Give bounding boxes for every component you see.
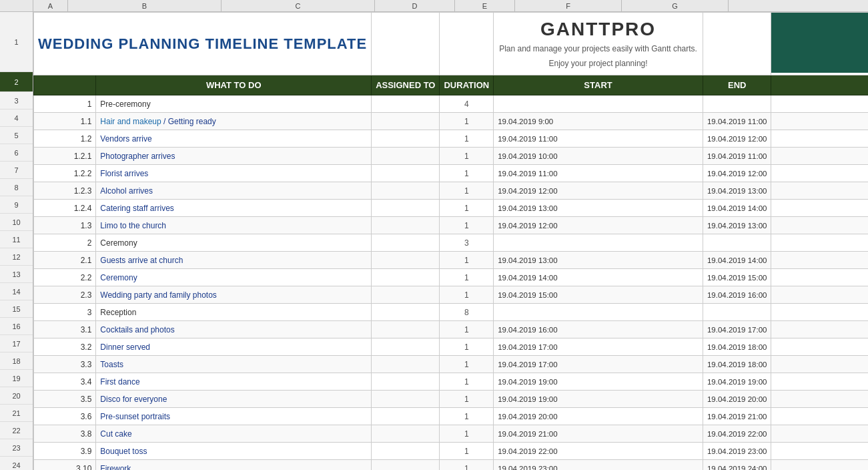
assigned-cell [372,95,440,113]
row-numbers: 1 2 3 4 5 6 7 8 9 10 11 12 13 14 15 16 1… [0,12,33,470]
row-num-cell: 1 [34,95,96,113]
assigned-cell [372,217,440,234]
duration-cell: 1 [440,113,494,130]
assigned-cell [372,252,440,269]
comment-cell [771,200,868,217]
start-cell: 19.04.2019 12:00 [494,217,703,234]
comment-cell [771,234,868,252]
end-cell: 19.04.2019 24:00 [703,460,771,471]
col-header-a: A [33,0,68,12]
start-cell: 19.04.2019 15:00 [494,286,703,304]
row-num-17: 17 [0,335,33,352]
assigned-cell [372,373,440,391]
assigned-cell [372,286,440,304]
duration-cell: 1 [440,148,494,165]
assigned-cell [372,165,440,182]
table-row: 3.4 First dance 1 19.04.2019 19:00 19.04… [34,373,869,391]
comment-cell [771,165,868,182]
duration-cell: 1 [440,286,494,304]
assigned-cell [372,443,440,460]
header-assigned-to: ASSIGNED TO [372,75,440,95]
row-num-3: 3 [0,92,33,109]
row-num-10: 10 [0,214,33,231]
row-num-12: 12 [0,248,33,266]
comment-cell [771,304,868,321]
row-num-cell: 2.3 [34,286,96,304]
row-num-19: 19 [0,370,33,387]
comment-cell [771,460,868,471]
start-cell: 19.04.2019 20:00 [494,408,703,425]
row-num-cell: 1.2.1 [34,148,96,165]
task-name-cell: Hair and makeup / Getting ready [96,113,372,130]
row-num-cell: 3.5 [34,391,96,408]
row-num-24: 24 [0,457,33,470]
comment-cell [771,286,868,304]
comment-cell [771,321,868,338]
duration-cell: 1 [440,356,494,373]
row-num-20: 20 [0,387,33,405]
duration-cell: 1 [440,217,494,234]
start-cell: 19.04.2019 13:00 [494,200,703,217]
table-row: 2 Ceremony 3 [34,234,869,252]
row-num-cell: 3 [34,304,96,321]
start-cell: 19.04.2019 17:00 [494,356,703,373]
task-name-cell: Dinner served [96,338,372,356]
end-cell: 19.04.2019 19:00 [703,373,771,391]
header-end: END [703,75,771,95]
row-num-cell: 1.2.4 [34,200,96,217]
row-num-21: 21 [0,405,33,422]
comment-cell [771,391,868,408]
start-cell: 19.04.2019 21:00 [494,425,703,443]
task-name-cell: Disco for everyone [96,391,372,408]
duration-cell: 8 [440,304,494,321]
table-row: 3.5 Disco for everyone 1 19.04.2019 19:0… [34,391,869,408]
duration-cell: 1 [440,425,494,443]
duration-cell: 1 [440,338,494,356]
assigned-cell [372,391,440,408]
task-name-cell: Firework [96,460,372,471]
start-cell [494,304,703,321]
comment-cell [771,252,868,269]
start-cell: 19.04.2019 19:00 [494,373,703,391]
end-cell: 19.04.2019 18:00 [703,338,771,356]
header-duration: DURATION [440,75,494,95]
table-row: 1.2.2 Florist arrives 1 19.04.2019 11:00… [34,165,869,182]
comment-cell [771,148,868,165]
assigned-cell [372,113,440,130]
duration-cell: 1 [440,460,494,471]
duration-cell: 1 [440,182,494,200]
duration-cell: 1 [440,391,494,408]
end-cell [703,304,771,321]
col-header-f: F [515,0,622,12]
end-cell: 19.04.2019 11:00 [703,148,771,165]
task-name-cell: Reception [96,304,372,321]
col-header-b: B [68,0,222,12]
col-header-e: E [455,0,515,12]
row-num-cell: 2.2 [34,269,96,286]
table-row: 1.2.4 Catering staff arrives 1 19.04.201… [34,200,869,217]
end-cell: 19.04.2019 17:00 [703,321,771,338]
ganttpro-tagline-2: Enjoy your project planning! [499,57,697,69]
duration-cell: 1 [440,200,494,217]
row-num-cell: 2 [34,234,96,252]
start-cell [494,95,703,113]
col-header-g: G [622,0,729,12]
row-num-cell: 3.10 [34,460,96,471]
row-num-8: 8 [0,179,33,196]
table-row: 3.9 Bouquet toss 1 19.04.2019 22:00 19.0… [34,443,869,460]
comment-cell [771,95,868,113]
task-name-cell: Wedding party and family photos [96,286,372,304]
start-cell: 19.04.2019 17:00 [494,338,703,356]
end-cell: 19.04.2019 13:00 [703,217,771,234]
comment-cell [771,217,868,234]
duration-cell: 3 [440,234,494,252]
column-headers: A B C D E F G H [0,0,868,12]
hair-makeup-link: Hair and makeup [100,117,161,126]
assigned-cell [372,148,440,165]
start-cell: 19.04.2019 11:00 [494,165,703,182]
header-start: START [494,75,703,95]
table-row: 1 Pre-ceremony 4 [34,95,869,113]
end-cell: 19.04.2019 12:00 [703,165,771,182]
row-num-4: 4 [0,109,33,127]
table-row: 1.2.1 Photographer arrives 1 19.04.2019 … [34,148,869,165]
